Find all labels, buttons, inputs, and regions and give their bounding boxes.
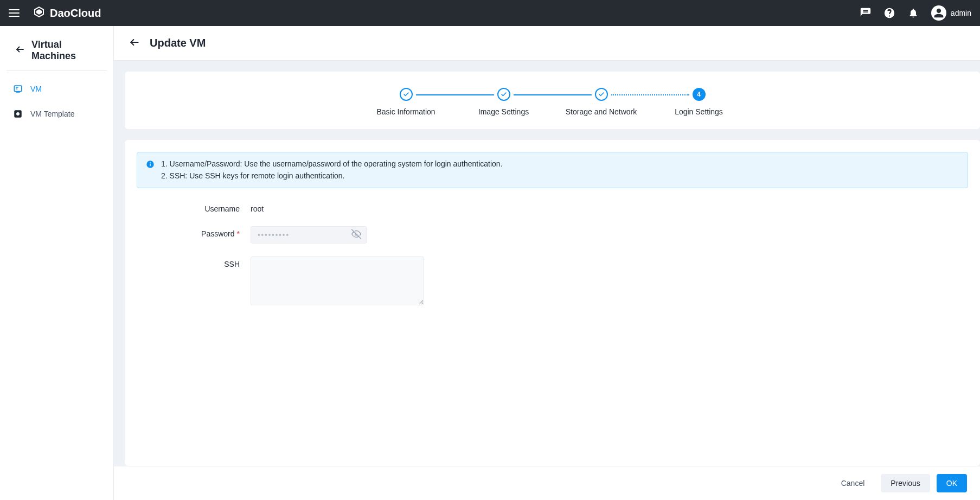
user-avatar-icon [931,5,946,21]
info-line-2: 2. SSH: Use SSH keys for remote login au… [161,171,503,182]
ok-button[interactable]: OK [937,474,967,492]
stepper: Basic Information Image Settings [125,72,980,129]
password-input[interactable] [251,226,367,243]
menu-toggle-icon[interactable] [9,9,20,17]
svg-rect-1 [14,86,22,92]
brand[interactable]: DaoCloud [33,5,101,21]
sidebar-item-vm[interactable]: VM [0,76,113,101]
password-label: Password* [169,226,251,238]
svg-rect-9 [150,164,150,166]
notifications-icon[interactable] [907,7,919,19]
step-storage-network[interactable]: Storage and Network [553,88,650,116]
sidebar-item-vm-template[interactable]: VM Template [0,101,113,126]
svg-point-6 [16,112,20,116]
step-label: Login Settings [675,107,723,116]
user-name: admin [951,9,971,17]
step-image-settings[interactable]: Image Settings [455,88,553,116]
template-icon [13,109,23,119]
step-label: Image Settings [478,107,529,116]
sidebar-item-label: VM [30,85,42,93]
svg-point-10 [150,162,151,163]
step-basic-information[interactable]: Basic Information [357,88,455,116]
sidebar: Virtual Machines VM VM Template [0,26,114,500]
page-header: Update VM [114,26,980,61]
sidebar-item-label: VM Template [30,110,74,118]
messages-icon[interactable] [860,7,872,19]
info-line-1: 1. Username/Password: Use the username/p… [161,159,503,170]
username-label: Username [169,201,251,213]
ssh-textarea[interactable] [251,257,424,305]
info-banner: 1. Username/Password: Use the username/p… [137,152,968,188]
previous-button[interactable]: Previous [881,474,930,492]
check-icon [497,88,510,101]
footer: Cancel Previous OK [114,466,980,500]
info-icon [146,160,155,181]
step-label: Basic Information [376,107,435,116]
vm-icon [13,84,23,94]
ssh-label: SSH [169,257,251,268]
step-login-settings[interactable]: 4 Login Settings [650,88,748,116]
page-title: Update VM [150,37,206,49]
check-icon [595,88,608,101]
check-icon [400,88,413,101]
page-back-icon[interactable] [129,37,140,49]
topbar: DaoCloud admin [0,0,980,26]
brand-logo-icon [33,5,46,21]
brand-name: DaoCloud [50,7,101,20]
username-value: root [251,201,264,213]
user-menu[interactable]: admin [931,5,971,21]
form-card: 1. Username/Password: Use the username/p… [125,140,980,466]
sidebar-back[interactable]: Virtual Machines [7,35,107,71]
step-label: Storage and Network [566,107,637,116]
arrow-left-icon [15,44,25,57]
cancel-button[interactable]: Cancel [831,474,875,492]
step-number: 4 [693,88,706,101]
help-icon[interactable] [883,7,895,19]
sidebar-title: Virtual Machines [31,39,98,62]
eye-off-icon[interactable] [351,229,361,241]
